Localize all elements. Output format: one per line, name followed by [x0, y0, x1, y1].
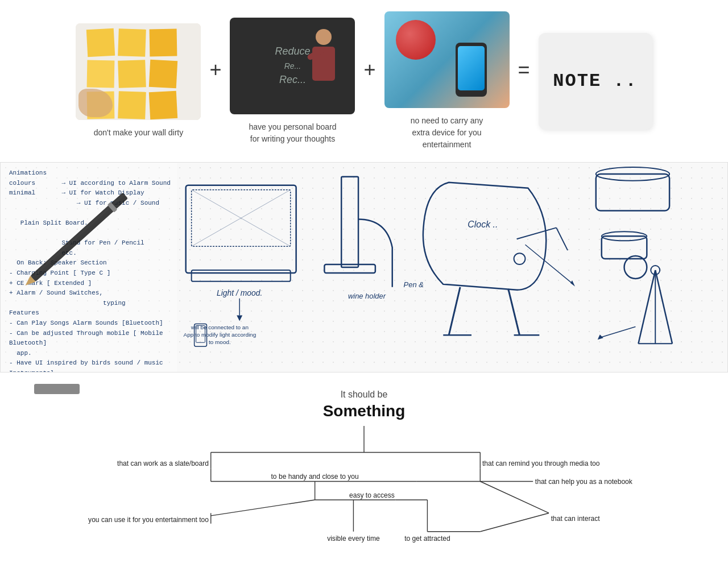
- svg-rect-18: [324, 264, 375, 273]
- svg-text:Pen &: Pen &: [404, 280, 424, 289]
- svg-text:you can use it for you enterta: you can use it for you entertainment too: [88, 516, 209, 524]
- plus-operator-1: +: [206, 58, 224, 82]
- sticky-notes-image: [76, 23, 201, 120]
- sticky-notes-item: don't make your wall dirty: [76, 23, 201, 139]
- svg-marker-11: [237, 316, 242, 321]
- sticky-note: [149, 91, 177, 119]
- svg-text:that can remind you through me: that can remind you through media too: [482, 459, 600, 467]
- phone-image: [384, 11, 510, 108]
- svg-text:to be handy and close to you: to be handy and close to you: [271, 473, 359, 481]
- blackboard-image: ReduceRe...Rec...: [230, 18, 355, 114]
- svg-line-68: [480, 482, 549, 514]
- svg-text:to mood.: to mood.: [209, 339, 231, 345]
- svg-text:Light / mood.: Light / mood.: [217, 288, 262, 297]
- top-section: don't make your wall dirty + ReduceRe...…: [0, 0, 728, 162]
- blackboard-item: ReduceRe...Rec... have you personal boar…: [230, 18, 355, 145]
- sticky-note: [150, 29, 177, 57]
- mindmap-title: Something: [34, 402, 694, 420]
- svg-line-26: [508, 289, 520, 336]
- svg-text:to get attracted: to get attracted: [404, 535, 450, 543]
- svg-rect-4: [186, 185, 296, 273]
- svg-rect-31: [596, 174, 669, 211]
- mindmap-diagram: that can work as a slate/board that can …: [34, 426, 694, 563]
- svg-line-61: [211, 500, 315, 516]
- sticky-note: [87, 60, 115, 88]
- sticky-notes-caption: don't make your wall dirty: [94, 127, 184, 139]
- mindmap-svg: that can work as a slate/board that can …: [34, 426, 694, 563]
- svg-text:Clock ..: Clock ..: [468, 220, 498, 229]
- svg-line-25: [449, 287, 460, 336]
- sketches-section: Animations colours → UI according to Ala…: [0, 162, 728, 372]
- svg-point-24: [514, 253, 526, 264]
- svg-marker-42: [598, 334, 603, 340]
- person-head: [316, 29, 332, 45]
- plus-operator-2: +: [361, 58, 378, 82]
- svg-text:that can interact: that can interact: [551, 515, 600, 523]
- mindmap-title-container: It should be Something: [34, 390, 694, 420]
- sticky-note: [118, 28, 147, 57]
- chalk-writing: ReduceRe...Rec...: [275, 44, 310, 88]
- mindmap-subtitle: It should be: [34, 390, 694, 400]
- sketches-svg: Light / mood. will be connected to an Ap…: [1, 163, 727, 372]
- ball-shape: [396, 20, 436, 60]
- svg-text:that can help you as a noteboo: that can help you as a notebook: [535, 478, 633, 486]
- phone-item: no need to carry anyextra device for you…: [384, 11, 510, 151]
- person-figure: [309, 29, 338, 103]
- svg-line-41: [599, 326, 636, 338]
- phone-shape: [456, 43, 487, 97]
- note-item: NOTE ..: [539, 33, 652, 130]
- svg-text:visible every time: visible every time: [327, 535, 380, 543]
- small-rect-indicator: [34, 384, 80, 394]
- svg-line-36: [638, 270, 655, 343]
- svg-rect-8: [192, 270, 291, 282]
- note-image: NOTE ..: [539, 33, 652, 130]
- sticky-note: [118, 91, 147, 119]
- svg-text:easy to access: easy to access: [349, 491, 395, 499]
- svg-line-23: [556, 227, 568, 250]
- phone-caption: no need to carry anyextra device for you…: [411, 115, 483, 151]
- svg-rect-17: [341, 177, 358, 267]
- blackboard-caption: have you personal boardfor writing your …: [249, 121, 336, 145]
- svg-line-71: [480, 513, 549, 532]
- svg-line-29: [525, 245, 573, 284]
- svg-marker-30: [570, 280, 575, 287]
- sticky-note: [86, 28, 115, 57]
- sticky-note: [118, 60, 147, 88]
- svg-text:wine holder: wine holder: [348, 292, 386, 300]
- equals-operator: =: [515, 58, 533, 82]
- person-arm: [307, 45, 326, 60]
- person-body: [312, 47, 335, 81]
- mindmap-section: It should be Something that can work as …: [0, 372, 728, 563]
- svg-line-22: [517, 227, 557, 239]
- phone-screen: [458, 46, 485, 90]
- svg-line-37: [655, 270, 672, 343]
- svg-text:that can work as a slate/board: that can work as a slate/board: [117, 459, 209, 467]
- sticky-note: [149, 60, 177, 88]
- sketch-background: Animations colours → UI according to Ala…: [1, 163, 727, 372]
- note-text: NOTE ..: [553, 71, 637, 92]
